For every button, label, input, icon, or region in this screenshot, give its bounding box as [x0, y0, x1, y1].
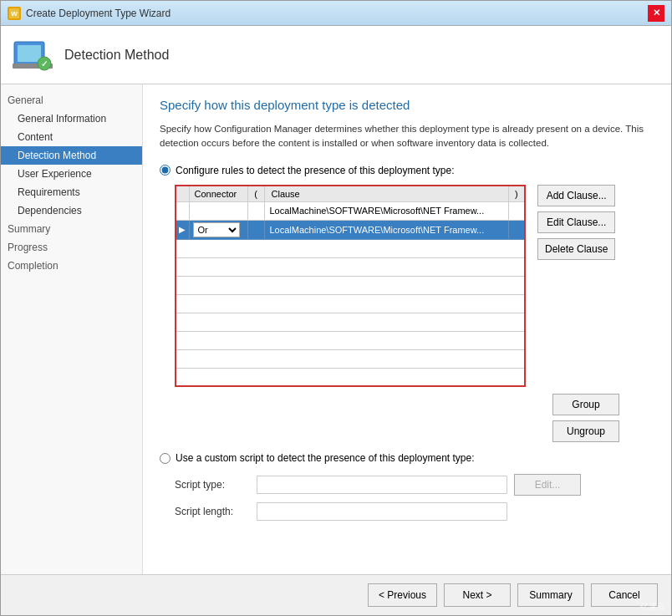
script-length-label: Script length: [175, 506, 250, 517]
sidebar-item-general-info[interactable]: General Information [1, 109, 142, 128]
wizard-footer: < Previous Next > Summary Cancel [1, 574, 671, 615]
table-row[interactable]: LocalMachine\SOFTWARE\Microsoft\NET Fram… [176, 201, 525, 220]
sidebar-item-progress[interactable]: Progress [1, 238, 142, 257]
description-text: Specify how Configuration Manager determ… [160, 122, 654, 151]
col-connector [176, 186, 189, 202]
sidebar-item-detection-method[interactable]: Detection Method [1, 146, 142, 165]
empty-row [176, 239, 525, 257]
close-button[interactable]: ✕ [648, 5, 664, 22]
ungroup-button[interactable]: Ungroup [552, 420, 619, 442]
open-paren-2 [247, 220, 264, 239]
header-icon: ✓ [13, 35, 53, 75]
script-type-input[interactable] [257, 476, 507, 494]
empty-row [176, 368, 525, 386]
radio-custom-script: Use a custom script to detect the presen… [160, 452, 654, 464]
clause-value-1: LocalMachine\SOFTWARE\Microsoft\NET Fram… [264, 201, 508, 220]
title-bar: W Create Deployment Type Wizard ✕ [1, 1, 671, 26]
empty-row [176, 331, 525, 349]
clause-value-2: LocalMachine\SOFTWARE\Microsoft\NET Fram… [264, 220, 508, 239]
sidebar-item-completion[interactable]: Completion [1, 257, 142, 275]
main-content: Specify how this deployment type is dete… [143, 84, 671, 574]
header-title: Detection Method [64, 48, 169, 63]
delete-clause-button[interactable]: Delete Clause [537, 238, 615, 260]
radio-script-label[interactable]: Use a custom script to detect the presen… [176, 452, 475, 464]
title-bar-left: W Create Deployment Type Wizard [8, 7, 171, 20]
connector-cell-1 [189, 201, 247, 220]
close-paren-1 [508, 201, 525, 220]
wizard-header: ✓ Detection Method [1, 26, 671, 84]
edit-clause-button[interactable]: Edit Clause... [537, 211, 615, 233]
add-clause-button[interactable]: Add Clause... [537, 185, 615, 206]
clause-table-wrapper: Connector ( Clause ) LocalMac [175, 185, 526, 388]
sidebar: General General Information Content Dete… [1, 84, 143, 574]
next-button[interactable]: Next > [444, 583, 511, 607]
sidebar-item-user-experience[interactable]: User Experience [1, 165, 142, 183]
open-paren-1 [247, 201, 264, 220]
col-close-paren: ) [508, 186, 525, 202]
page-heading: Specify how this deployment type is dete… [160, 98, 654, 112]
svg-text:W: W [11, 10, 18, 18]
sidebar-item-content[interactable]: Content [1, 128, 142, 146]
radio-rules-label[interactable]: Configure rules to detect the presence o… [176, 165, 455, 176]
script-type-label: Script type: [175, 479, 250, 491]
sidebar-item-summary[interactable]: Summary [1, 220, 142, 238]
empty-row [176, 294, 525, 313]
wizard-window: W Create Deployment Type Wizard ✕ ✓ Dete… [0, 0, 672, 616]
table-row[interactable]: ▶ Or And LocalMachine\SOFTWARE\Microsoft… [176, 220, 525, 239]
col-open-paren: ( [247, 186, 264, 202]
cancel-button[interactable]: Cancel [591, 583, 658, 607]
previous-button[interactable]: < Previous [368, 583, 437, 607]
connector-cell-2[interactable]: Or And [189, 220, 247, 239]
app-icon: W [8, 7, 21, 20]
empty-row [176, 257, 525, 276]
script-section: Script type: Edit... Script length: [175, 474, 654, 521]
wizard-body: General General Information Content Dete… [1, 84, 671, 574]
script-type-row: Script type: Edit... [175, 474, 654, 496]
radio-script-input[interactable] [160, 453, 171, 464]
script-edit-button[interactable]: Edit... [514, 474, 581, 496]
empty-row [176, 276, 525, 294]
sidebar-item-dependencies[interactable]: Dependencies [1, 201, 142, 220]
radio-rules-input[interactable] [160, 165, 171, 176]
arrow-cell-2: ▶ [176, 220, 189, 239]
col-connector-header: Connector [189, 186, 247, 202]
sidebar-item-requirements[interactable]: Requirements [1, 183, 142, 201]
window-title: Create Deployment Type Wizard [26, 8, 171, 19]
svg-rect-3 [18, 45, 41, 62]
sidebar-item-general[interactable]: General [1, 91, 142, 109]
svg-text:✓: ✓ [41, 59, 48, 69]
summary-button[interactable]: Summary [517, 583, 584, 607]
connector-select[interactable]: Or And [193, 222, 240, 237]
radio-configure-rules: Configure rules to detect the presence o… [160, 165, 654, 176]
clause-action-buttons: Add Clause... Edit Clause... Delete Clau… [537, 185, 615, 260]
empty-row [176, 349, 525, 368]
col-clause: Clause [264, 186, 508, 202]
arrow-cell-1 [176, 201, 189, 220]
empty-row [176, 313, 525, 331]
group-button[interactable]: Group [552, 394, 619, 415]
script-length-input[interactable] [257, 502, 507, 521]
close-paren-2 [508, 220, 525, 239]
script-length-row: Script length: [175, 502, 654, 521]
